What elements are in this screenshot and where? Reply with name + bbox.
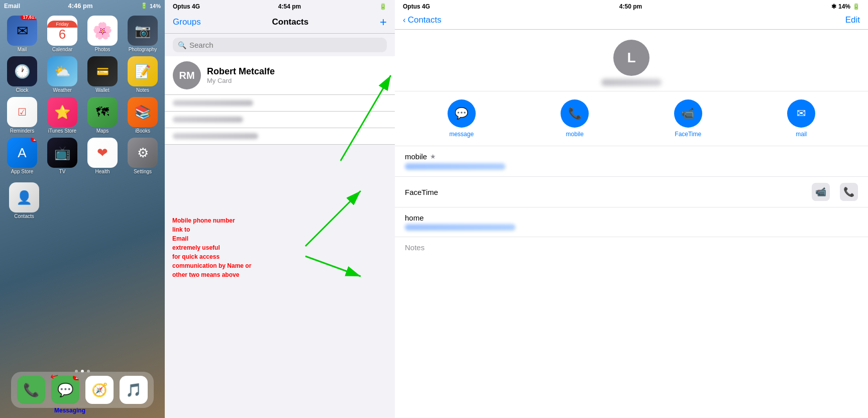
mail-action[interactable]: ✉ mail xyxy=(787,99,815,138)
settings-icon[interactable]: ⚙ xyxy=(128,138,158,168)
itunes-icon[interactable]: ⭐ xyxy=(47,97,77,127)
weather-icon[interactable]: ⛅ xyxy=(47,56,77,86)
mobile-field-group: mobile ★ xyxy=(395,146,868,177)
notes-icon[interactable]: 📝 xyxy=(128,56,158,86)
contact-name-blurred xyxy=(173,100,253,106)
home-field-label: home xyxy=(405,214,858,222)
phone-dock-icon[interactable]: 📞 xyxy=(17,376,45,404)
detail-status-bar: Optus 4G 4:50 pm ✱ 14% 🔋 xyxy=(395,0,868,13)
app-appstore[interactable]: A 2 App Store xyxy=(4,138,40,174)
facetime-action-icon[interactable]: 📹 xyxy=(674,99,702,128)
mobile-action[interactable]: 📞 mobile xyxy=(561,99,589,138)
mobile-action-icon[interactable]: 📞 xyxy=(561,99,589,128)
facetime-icons: 📹 📞 xyxy=(812,183,858,201)
app-maps[interactable]: 🗺 Maps xyxy=(84,97,121,134)
mail-action-icon[interactable]: ✉ xyxy=(787,99,815,128)
photos-icon[interactable]: 🌸 xyxy=(87,16,118,46)
mobile-field-value[interactable] xyxy=(395,161,868,176)
app-photography[interactable]: 📷 Photography xyxy=(125,16,161,52)
app-contacts[interactable]: 👤 Contacts xyxy=(9,182,39,219)
app-grid: ✉ 17,617 Mail Friday 6 Calendar 🌸 Photos… xyxy=(0,12,165,178)
reminders-icon[interactable]: ☑ xyxy=(7,97,37,127)
facetime-action[interactable]: 📹 FaceTime xyxy=(674,99,702,138)
dock-phone[interactable]: 📞 xyxy=(17,376,45,404)
groups-button[interactable]: Groups xyxy=(173,17,201,27)
maps-icon[interactable]: 🗺 xyxy=(87,97,118,127)
settings-label: Settings xyxy=(134,169,152,174)
dock-safari[interactable]: 🧭 xyxy=(85,376,114,404)
contact-row[interactable] xyxy=(165,95,395,112)
add-contact-button[interactable]: + xyxy=(380,15,387,29)
message-action-icon[interactable]: 💬 xyxy=(448,99,476,128)
appstore-icon[interactable]: A 2 xyxy=(7,138,37,168)
mail-badge: 17,617 xyxy=(21,16,37,20)
tv-icon[interactable]: 📺 xyxy=(47,138,77,168)
annotation-text: Mobile phone number link to Email extrem… xyxy=(172,216,251,279)
messages-badge: 2 xyxy=(73,376,79,380)
contact-row[interactable] xyxy=(165,128,395,145)
messaging-annotation: Messaging xyxy=(54,407,85,414)
home-screen: Email 4:46 pm 🔋 14% ✉ 17,617 Mail Friday… xyxy=(0,0,165,418)
time-label: 4:46 pm xyxy=(68,2,92,10)
contact-row[interactable] xyxy=(165,112,395,128)
app-photos[interactable]: 🌸 Photos xyxy=(84,16,121,52)
message-action[interactable]: 💬 message xyxy=(448,99,476,138)
detail-carrier: Optus 4G xyxy=(403,3,430,10)
detail-status-right: ✱ 14% 🔋 xyxy=(831,3,860,10)
ibooks-icon[interactable]: 📚 xyxy=(128,97,158,127)
search-input[interactable] xyxy=(189,41,382,49)
wallet-icon[interactable]: 💳 xyxy=(87,56,118,86)
status-left: Email xyxy=(4,3,20,10)
photography-icon[interactable]: 📷 xyxy=(128,16,158,46)
back-button[interactable]: ‹ Contacts xyxy=(403,15,442,25)
tv-label: TV xyxy=(59,169,66,174)
calendar-icon[interactable]: Friday 6 xyxy=(47,16,77,46)
battery-icon: 🔋 xyxy=(852,3,860,10)
contact-avatar: L xyxy=(613,40,649,76)
facetime-field-row: FaceTime 📹 📞 xyxy=(395,177,868,207)
app-notes[interactable]: 📝 Notes xyxy=(125,56,161,93)
contacts-status-bar: Optus 4G 4:54 pm 🔋 xyxy=(165,0,395,13)
battery-label: 14% xyxy=(150,3,161,9)
app-tv[interactable]: 📺 TV xyxy=(44,138,80,174)
mail-icon[interactable]: ✉ 17,617 xyxy=(7,16,37,46)
app-wallet[interactable]: 💳 Wallet xyxy=(84,56,121,93)
my-card-subtitle: My Card xyxy=(207,77,275,84)
my-card[interactable]: RM Robert Metcalfe My Card xyxy=(165,56,395,95)
contacts-search-bar[interactable]: 🔍 xyxy=(173,38,387,52)
contact-detail-panel: Optus 4G 4:50 pm ✱ 14% 🔋 ‹ Contacts Edit… xyxy=(395,0,868,418)
calendar-label: Calendar xyxy=(52,47,73,52)
facetime-audio-button[interactable]: 📞 xyxy=(840,183,858,201)
ibooks-label: iBooks xyxy=(135,128,150,134)
contacts-icon[interactable]: 👤 xyxy=(9,182,39,213)
clock-icon[interactable]: 🕐 xyxy=(7,56,37,86)
edit-button[interactable]: Edit xyxy=(845,15,860,25)
home-status-bar: Email 4:46 pm 🔋 14% xyxy=(0,0,165,12)
contact-name-blurred xyxy=(173,133,258,139)
safari-dock-icon[interactable]: 🧭 xyxy=(85,376,114,404)
mobile-number-blurred xyxy=(405,163,505,170)
contacts-label: Contacts xyxy=(14,214,34,219)
wallet-label: Wallet xyxy=(95,87,109,93)
app-ibooks[interactable]: 📚 iBooks xyxy=(125,97,161,134)
contacts-nav: Groups Contacts + xyxy=(165,13,395,34)
app-health[interactable]: ❤ Health xyxy=(84,138,121,174)
notes-field-label: Notes xyxy=(405,243,858,252)
detail-time: 4:50 pm xyxy=(619,3,642,10)
svg-line-3 xyxy=(305,256,361,276)
back-label: Contacts xyxy=(408,15,442,25)
app-itunes[interactable]: ⭐ iTunes Store xyxy=(44,97,80,134)
health-icon[interactable]: ❤ xyxy=(87,138,118,168)
bluetooth-icon: 🔋 xyxy=(141,3,148,9)
music-dock-icon[interactable]: 🎵 xyxy=(120,376,148,404)
app-clock[interactable]: 🕐 Clock xyxy=(4,56,40,93)
contacts-time: 4:54 pm xyxy=(278,3,301,10)
facetime-video-button[interactable]: 📹 xyxy=(812,183,830,201)
app-mail[interactable]: ✉ 17,617 Mail xyxy=(4,16,40,52)
dock-music[interactable]: 🎵 xyxy=(120,376,148,404)
maps-label: Maps xyxy=(96,128,108,134)
app-weather[interactable]: ⛅ Weather xyxy=(44,56,80,93)
app-reminders[interactable]: ☑ Reminders xyxy=(4,97,40,134)
app-settings[interactable]: ⚙ Settings xyxy=(125,138,161,174)
app-calendar[interactable]: Friday 6 Calendar xyxy=(44,16,80,52)
